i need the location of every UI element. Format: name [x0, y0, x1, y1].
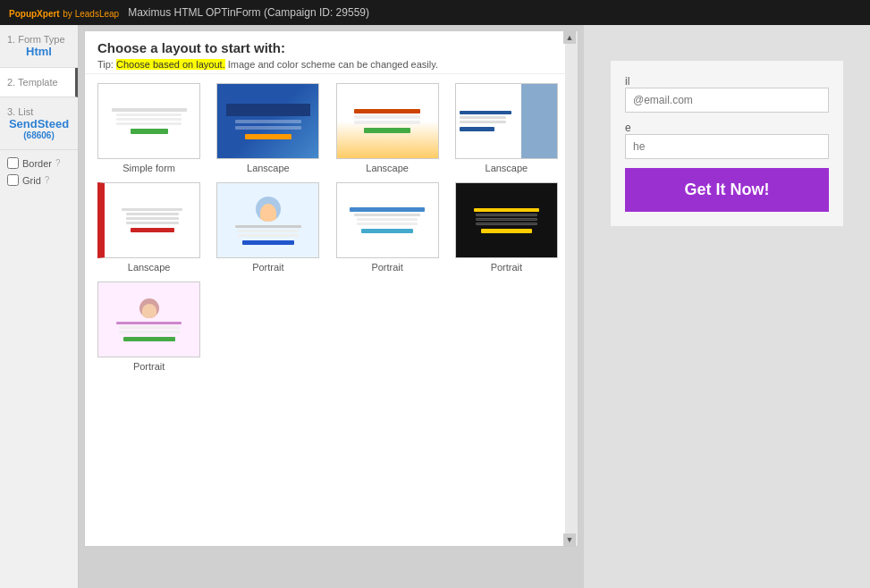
bottom-area: [79, 552, 584, 588]
template-item-landscape-4[interactable]: Lanscape: [94, 182, 204, 273]
template-label-portrait-1: Portrait: [252, 262, 283, 273]
border-checkbox[interactable]: [7, 157, 19, 169]
grid-checkbox-row: Grid ?: [7, 174, 71, 186]
border-checkbox-row: Border ?: [7, 157, 71, 169]
grid-checkbox[interactable]: [7, 174, 19, 186]
mini-form-landscape-2: [337, 84, 438, 158]
template-label-landscape-4: Lanscape: [128, 262, 171, 273]
mini-form-portrait-1: [217, 183, 318, 257]
topbar-title: Maximus HTML OPTinForm (Campaign ID: 295…: [128, 6, 369, 19]
topbar: PopupXpert by LeadsLeap Maximus HTML OPT…: [0, 0, 870, 25]
mini-form-portrait-2: [337, 183, 438, 257]
template-step-label: 2. Template: [7, 77, 68, 88]
grid-help-icon[interactable]: ?: [45, 175, 50, 185]
border-label: Border: [22, 158, 52, 169]
template-item-landscape-2[interactable]: Lanscape: [333, 83, 443, 173]
tip-highlight: Choose based on layout.: [116, 59, 225, 70]
sidebar-item-form-type[interactable]: 1. Form Type Html: [0, 25, 78, 68]
layout-grid-container[interactable]: Simple form Lanscape: [85, 74, 578, 546]
template-item-landscape-1[interactable]: Lanscape: [213, 83, 323, 173]
layout-panel-title: Choose a layout to start with:: [97, 40, 565, 55]
template-label-landscape-2: Lanscape: [366, 163, 409, 173]
form-type-value: Html: [7, 45, 71, 58]
layout-grid: Simple form Lanscape: [94, 83, 562, 372]
template-item-landscape-3[interactable]: Lanscape: [452, 83, 562, 173]
template-label-portrait-4: Portrait: [133, 361, 165, 372]
template-item-portrait-2[interactable]: Portrait: [333, 182, 443, 273]
template-label-portrait-2: Portrait: [371, 262, 402, 273]
template-thumb-landscape-3: [455, 83, 558, 159]
name-field-group: e: [625, 122, 829, 159]
template-item-simple[interactable]: Simple form: [94, 83, 204, 173]
template-item-portrait-4[interactable]: Portrait: [94, 281, 204, 372]
list-value: SendSteed: [7, 117, 71, 130]
scroll-up-arrow[interactable]: ▲: [563, 31, 576, 44]
template-item-portrait-1[interactable]: Portrait: [213, 182, 323, 273]
template-thumb-landscape-1: [216, 83, 319, 159]
layout-panel-tip: Tip: Choose based on layout. Image and c…: [97, 59, 565, 70]
list-sub: (68606): [7, 130, 71, 140]
sidebar-item-list[interactable]: 3. List SendSteed (68606): [0, 97, 78, 150]
tip-prefix: Tip:: [97, 59, 116, 70]
template-label-landscape-1: Lanscape: [247, 163, 290, 173]
template-thumb-portrait-3: [455, 182, 558, 258]
template-thumb-portrait-1: [216, 182, 319, 258]
tip-suffix: Image and color scheme can be changed ea…: [225, 59, 438, 70]
template-thumb-simple: [97, 83, 200, 159]
sidebar-checkboxes: Border ? Grid ?: [0, 150, 78, 193]
mini-form-portrait-4: [98, 282, 199, 357]
main-layout: 1. Form Type Html 2. Template 3. List Se…: [0, 25, 870, 588]
template-label-portrait-3: Portrait: [491, 262, 522, 273]
mini-form-landscape-4: [105, 183, 199, 257]
layout-panel: Choose a layout to start with: Tip: Choo…: [84, 30, 579, 547]
main-content: Choose a layout to start with: Tip: Choo…: [79, 25, 584, 588]
brand-name: PopupXpert: [9, 9, 60, 19]
scrollbar-track: ▲ ▼: [565, 31, 578, 546]
topbar-brand: PopupXpert by LeadsLeap: [9, 6, 119, 20]
list-step-label: 3. List: [7, 106, 71, 117]
preview-form: il e Get It Now!: [611, 61, 843, 226]
sidebar: 1. Form Type Html 2. Template 3. List Se…: [0, 25, 79, 588]
template-thumb-landscape-2: [336, 83, 439, 159]
template-thumb-portrait-2: [336, 182, 439, 258]
brand-sub: by LeadsLeap: [63, 9, 119, 19]
mini-form-simple: [98, 84, 199, 158]
mini-form-portrait-3: [456, 183, 557, 257]
form-type-step-label: 1. Form Type: [7, 34, 71, 45]
mini-form-landscape-1: [217, 84, 318, 158]
template-label-landscape-3: Lanscape: [486, 163, 528, 173]
template-item-portrait-3[interactable]: Portrait: [452, 182, 562, 273]
scroll-down-arrow[interactable]: ▼: [563, 533, 576, 546]
template-thumb-landscape-4: [97, 182, 200, 258]
preview-panel: il e Get It Now!: [584, 25, 870, 588]
name-input[interactable]: [625, 134, 829, 159]
email-input[interactable]: [625, 88, 829, 113]
template-label-simple: Simple form: [122, 163, 175, 173]
border-help-icon[interactable]: ?: [55, 158, 61, 168]
email-field-group: il: [625, 75, 829, 113]
layout-panel-header: Choose a layout to start with: Tip: Choo…: [85, 31, 578, 74]
email-label: il: [625, 75, 829, 88]
grid-label: Grid: [22, 175, 41, 186]
template-thumb-portrait-4: [97, 281, 200, 357]
submit-button[interactable]: Get It Now!: [625, 168, 829, 212]
sidebar-item-template[interactable]: 2. Template: [0, 68, 78, 97]
name-label: e: [625, 122, 829, 134]
